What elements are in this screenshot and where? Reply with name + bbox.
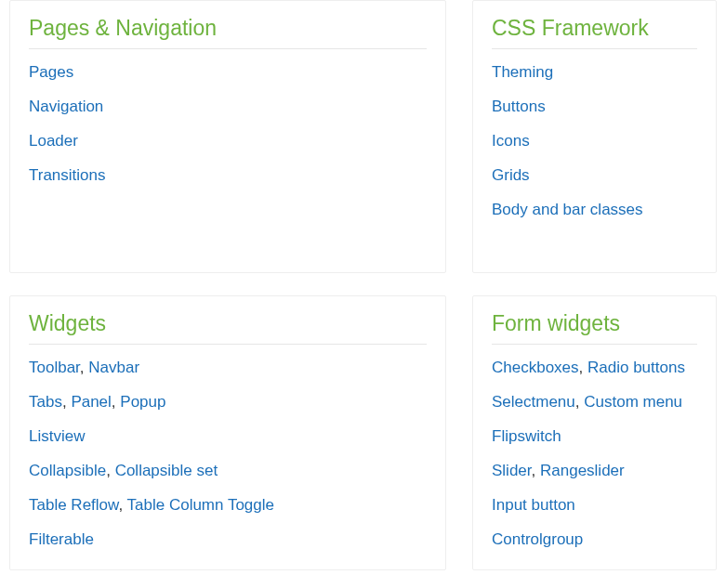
- panel-title-form-widgets: Form widgets: [492, 311, 697, 345]
- panel-pages-navigation: Pages & Navigation Pages Navigation Load…: [9, 0, 446, 273]
- list-row: Icons: [492, 131, 697, 151]
- link-popup[interactable]: Popup: [120, 393, 165, 411]
- link-loader[interactable]: Loader: [29, 132, 78, 150]
- panel-css-framework: CSS Framework Theming Buttons Icons Grid…: [472, 0, 717, 273]
- list-row: Tabs, Panel, Popup: [29, 392, 427, 412]
- link-selectmenu[interactable]: Selectmenu: [492, 393, 575, 411]
- link-transitions[interactable]: Transitions: [29, 166, 106, 184]
- list-row: Toolbar, Navbar: [29, 358, 427, 378]
- panel-form-widgets: Form widgets Checkboxes, Radio buttons S…: [472, 295, 717, 570]
- separator: ,: [118, 496, 126, 514]
- panel-title-pages-navigation: Pages & Navigation: [29, 16, 427, 49]
- list-row: Input button: [492, 495, 697, 516]
- list-row: Grids: [492, 165, 697, 186]
- link-checkboxes[interactable]: Checkboxes: [492, 359, 579, 376]
- list-row: Buttons: [492, 97, 697, 117]
- list-row: Controlgroup: [492, 529, 697, 550]
- list-row: Collapsible, Collapsible set: [29, 461, 427, 481]
- link-collapsible-set[interactable]: Collapsible set: [115, 462, 218, 479]
- link-theming[interactable]: Theming: [492, 63, 553, 81]
- separator: ,: [106, 462, 114, 479]
- panel-title-widgets: Widgets: [29, 311, 427, 345]
- list-row: Body and bar classes: [492, 200, 697, 220]
- separator: ,: [80, 359, 88, 376]
- link-controlgroup[interactable]: Controlgroup: [492, 530, 583, 548]
- link-slider[interactable]: Slider: [492, 462, 532, 479]
- link-body-bar-classes[interactable]: Body and bar classes: [492, 201, 643, 218]
- separator: ,: [579, 359, 587, 376]
- list-row: Transitions: [29, 165, 427, 186]
- link-pages[interactable]: Pages: [29, 63, 73, 81]
- list-row: Theming: [492, 62, 697, 83]
- list-row: Flipswitch: [492, 426, 697, 447]
- link-table-column-toggle[interactable]: Table Column Toggle: [127, 496, 274, 514]
- panel-grid: Pages & Navigation Pages Navigation Load…: [0, 0, 726, 580]
- link-listview[interactable]: Listview: [29, 427, 85, 445]
- list-row: Navigation: [29, 97, 427, 117]
- separator: ,: [532, 462, 540, 479]
- link-table-reflow[interactable]: Table Reflow: [29, 496, 118, 514]
- link-panel[interactable]: Panel: [71, 393, 111, 411]
- list-row: Listview: [29, 426, 427, 447]
- separator: ,: [62, 393, 71, 411]
- link-filterable[interactable]: Filterable: [29, 530, 94, 548]
- link-icons[interactable]: Icons: [492, 132, 530, 150]
- link-buttons[interactable]: Buttons: [492, 98, 546, 115]
- separator: ,: [112, 393, 120, 411]
- link-tabs[interactable]: Tabs: [29, 393, 62, 411]
- link-custom-menu[interactable]: Custom menu: [584, 393, 682, 411]
- link-radio-buttons[interactable]: Radio buttons: [587, 359, 685, 376]
- list-row: Slider, Rangeslider: [492, 461, 697, 481]
- panel-widgets: Widgets Toolbar, Navbar Tabs, Panel, Pop…: [9, 295, 446, 570]
- link-flipswitch[interactable]: Flipswitch: [492, 427, 561, 445]
- list-row: Filterable: [29, 529, 427, 550]
- link-navbar[interactable]: Navbar: [88, 359, 139, 376]
- list-row: Selectmenu, Custom menu: [492, 392, 697, 412]
- list-row: Pages: [29, 62, 427, 83]
- link-grids[interactable]: Grids: [492, 166, 530, 184]
- panel-title-css-framework: CSS Framework: [492, 16, 697, 49]
- separator: ,: [575, 393, 584, 411]
- link-toolbar[interactable]: Toolbar: [29, 359, 80, 376]
- list-row: Loader: [29, 131, 427, 151]
- link-collapsible[interactable]: Collapsible: [29, 462, 106, 479]
- link-rangeslider[interactable]: Rangeslider: [540, 462, 625, 479]
- list-row: Checkboxes, Radio buttons: [492, 358, 697, 378]
- link-input-button[interactable]: Input button: [492, 496, 575, 514]
- list-row: Table Reflow, Table Column Toggle: [29, 495, 427, 516]
- link-navigation[interactable]: Navigation: [29, 98, 103, 115]
